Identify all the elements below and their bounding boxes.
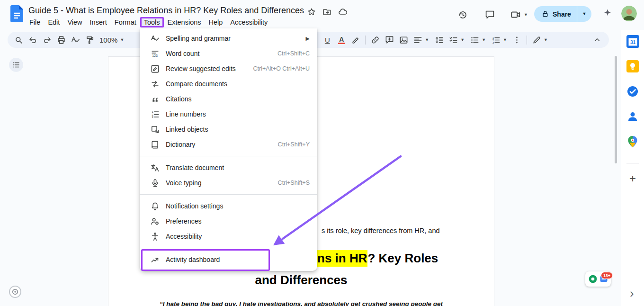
menu-item-preferences[interactable]: Preferences [140,214,317,229]
star-icon[interactable] [307,8,316,16]
menu-item-review-suggested-edits[interactable]: Review suggested edits Ctrl+Alt+O Ctrl+A… [140,61,317,76]
document-outline-button[interactable] [9,58,23,72]
vertical-scrollbar[interactable] [615,56,617,163]
redo-icon[interactable] [41,34,53,46]
menu-item-shortcut: Ctrl+Shift+Y [278,141,310,148]
expand-right-icon[interactable]: › [630,287,634,299]
editing-mode-select[interactable]: ▼ [529,36,551,45]
menu-item-shortcut: Ctrl+Alt+O Ctrl+Alt+U [253,65,310,72]
menu-item-spelling-grammar[interactable]: Spelling and grammar ▶ [140,31,317,46]
text-color-icon[interactable]: A [335,34,348,46]
contacts-icon[interactable] [626,110,639,123]
line-spacing-icon[interactable] [433,34,445,46]
tasks-icon[interactable] [626,85,639,98]
checklist-select[interactable]: ▼ [446,36,467,45]
video-call-icon[interactable]: ▼ [510,9,528,21]
menu-item-label: Activity dashboard [166,256,220,263]
add-addon-icon[interactable]: + [629,173,636,184]
extension-widget[interactable]: 13+ [585,271,611,287]
menu-item-activity-dashboard[interactable]: Activity dashboard [140,252,317,267]
document-heading-line1[interactable]: ns in HR? Key Roles [317,251,438,266]
zoom-value: 100% [99,36,117,44]
menu-item-label: Word count [166,50,199,57]
undo-icon[interactable] [27,34,39,46]
menu-divider [140,248,317,248]
bulleted-list-select[interactable]: ▼ [467,36,489,45]
menu-item-line-numbers[interactable]: 123 Line numbers [140,107,317,122]
trending-up-icon [151,255,160,264]
menu-view[interactable]: View [63,17,86,27]
floating-widget-button[interactable] [9,286,21,298]
menu-extensions[interactable]: Extensions [164,17,205,27]
menu-item-linked-objects[interactable]: Linked objects [140,122,317,137]
keep-icon[interactable] [626,60,639,73]
menu-item-label: Translate document [166,164,224,171]
document-title[interactable]: Guide 5 - What is Employee Relations in … [28,6,304,16]
insert-link-icon[interactable] [369,34,381,46]
maps-icon[interactable] [626,135,639,148]
menu-item-label: Preferences [166,217,201,225]
spellcheck-icon[interactable] [69,34,81,46]
print-icon[interactable] [55,34,67,46]
menu-item-word-count[interactable]: 123 Word count Ctrl+Shift+C [140,46,317,61]
chevron-down-icon: ▼ [582,12,586,16]
add-comment-icon[interactable] [383,34,395,46]
menu-item-label: Voice typing [166,179,202,187]
side-panel-divider [626,163,639,163]
cloud-status-icon[interactable] [338,7,348,17]
document-body-text[interactable]: s its role, key differences from HR, and [322,227,440,234]
menu-file[interactable]: File [26,17,44,27]
comments-icon[interactable] [483,9,496,21]
align-select[interactable]: ▼ [411,36,432,45]
menu-format[interactable]: Format [111,17,140,27]
docs-logo-icon[interactable] [10,5,23,22]
more-options-icon[interactable] [511,34,523,46]
share-dropdown[interactable]: ▼ [577,6,591,22]
chevron-down-icon: ▼ [120,38,124,42]
calendar-icon[interactable]: 31 [626,35,639,48]
extension-green-icon[interactable] [588,274,598,284]
menu-insert[interactable]: Insert [86,17,111,27]
menu-item-voice-typing[interactable]: Voice typing Ctrl+Shift+S [140,175,317,190]
bell-icon [151,202,160,211]
menu-item-label: Compare documents [166,80,227,88]
menu-item-label: Spelling and grammar [166,35,231,42]
highlighted-text: ns in HR [317,250,367,267]
menu-item-dictionary[interactable]: Dictionary Ctrl+Shift+Y [140,137,317,152]
tools-dropdown-menu: Spelling and grammar ▶ 123 Word count Ct… [140,28,317,271]
menu-item-label: Line numbers [166,110,206,118]
underline-icon[interactable]: U [321,34,333,46]
numbered-list-select[interactable]: 123 ▼ [489,36,510,45]
extension-blue-icon[interactable]: 13+ [599,275,608,283]
menu-item-notification-settings[interactable]: Notification settings [140,198,317,214]
menu-help[interactable]: Help [205,17,227,27]
highlight-color-icon[interactable] [349,34,362,46]
document-heading-line2[interactable]: and Differences [108,273,494,288]
menu-item-translate-document[interactable]: Translate document [140,160,317,175]
version-history-icon[interactable] [456,9,469,21]
menu-item-citations[interactable]: Citations [140,91,317,107]
submenu-arrow-icon: ▶ [306,36,310,42]
zoom-select[interactable]: 100% ▼ [97,36,127,44]
document-quote-text[interactable]: “I hate being the bad guy. I hate invest… [108,300,494,306]
compare-documents-icon [151,80,160,89]
menu-item-label: Citations [166,95,191,103]
paint-format-icon[interactable] [83,34,96,46]
search-icon[interactable] [12,34,25,46]
menu-accessibility[interactable]: Accessibility [226,17,271,27]
share-main[interactable]: Share [534,6,577,22]
avatar[interactable] [621,6,637,21]
gemini-sparkle-icon[interactable] [602,8,613,18]
menu-item-compare-documents[interactable]: Compare documents [140,76,317,91]
chevron-down-icon: ▼ [503,38,507,42]
insert-image-icon[interactable] [397,34,410,46]
menu-item-shortcut: Ctrl+Shift+S [278,180,310,186]
chevron-down-icon: ▼ [524,13,528,17]
svg-text:31: 31 [630,40,635,45]
hide-menus-icon[interactable] [591,34,603,46]
share-button[interactable]: Share ▼ [534,6,591,22]
menu-item-accessibility[interactable]: Accessibility [140,229,317,244]
menu-tools[interactable]: Tools [140,17,164,27]
menu-edit[interactable]: Edit [44,17,63,27]
move-folder-icon[interactable] [322,8,331,17]
